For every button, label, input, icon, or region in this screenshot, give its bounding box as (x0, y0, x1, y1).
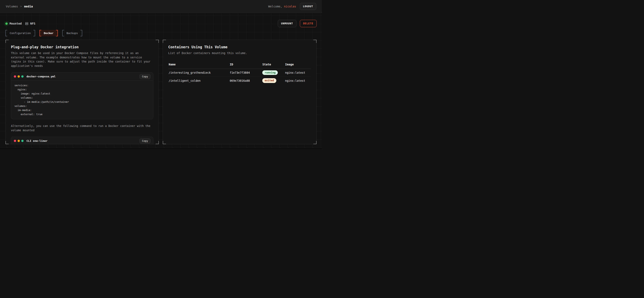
unmount-button[interactable]: UNMOUNT (278, 20, 296, 27)
status-action-row: Mounted NFS UNMOUNT DELETE (5, 13, 317, 27)
compose-copy-button[interactable]: Copy (140, 74, 150, 79)
container-id: f1e73e7f3884 (230, 71, 262, 74)
containers-table: Name ID State Image /interesting_grothen… (168, 61, 311, 85)
panel-corner-icon (156, 141, 159, 144)
containers-panel-subtitle: List of Docker containers mounting this … (168, 51, 311, 55)
container-table-row[interactable]: /interesting_grothendieck f1e73e7f3884 r… (168, 69, 311, 77)
cli-code-block: CLI one-liner Copy docker run -v im-medi… (11, 137, 153, 144)
container-image: nginx:latest (285, 71, 311, 74)
col-header-name: Name (169, 63, 230, 66)
cli-title: CLI one-liner (26, 139, 48, 143)
tab-bar: Configuration Docker Backups (5, 30, 317, 36)
breadcrumb-volumes-link[interactable]: Volumes (6, 5, 18, 8)
traffic-dots (14, 75, 24, 78)
container-state: exited (262, 78, 285, 83)
breadcrumb-current-volume: media (24, 5, 33, 8)
containers-panel: Containers Using This Volume List of Doc… (163, 40, 317, 144)
col-header-state: State (262, 63, 285, 66)
welcome-prefix: Welcome, (268, 5, 282, 8)
top-bar: Volumes > media Welcome, nicolas LOGOUT (0, 0, 322, 13)
panel-corner-icon (163, 141, 166, 144)
containers-table-body: /interesting_grothendieck f1e73e7f3884 r… (168, 69, 311, 85)
container-id: 069e73016a88 (230, 79, 262, 82)
tab-docker[interactable]: Docker (40, 30, 58, 36)
username: nicolas (284, 5, 296, 8)
tab-backups[interactable]: Backups (62, 30, 82, 36)
panel-corner-icon (313, 40, 317, 43)
cli-intro-text: Alternatively, you can use the following… (11, 124, 153, 132)
col-header-image: Image (285, 63, 311, 66)
state-badge: running (262, 70, 278, 75)
mounted-status-dot-icon (5, 22, 8, 25)
breadcrumb: Volumes > media (6, 5, 33, 8)
volume-actions: UNMOUNT DELETE (278, 20, 317, 27)
compose-code-header: docker-compose.yml Copy (11, 72, 153, 81)
tab-configuration[interactable]: Configuration (5, 30, 35, 36)
volume-status: Mounted NFS (5, 22, 35, 25)
containers-table-header: Name ID State Image (168, 61, 311, 69)
panel-corner-icon (5, 40, 9, 43)
panel-corner-icon (313, 141, 317, 144)
panel-corner-icon (5, 141, 9, 144)
state-badge: exited (262, 78, 276, 83)
top-bar-right: Welcome, nicolas LOGOUT (268, 3, 316, 10)
main-content: Mounted NFS UNMOUNT DELETE Configuration… (0, 13, 322, 149)
container-state: running (262, 70, 285, 75)
bottom-strip (0, 148, 322, 149)
traffic-dot-amber-icon (18, 140, 20, 142)
panel-corner-icon (163, 40, 166, 43)
cli-code-header: CLI one-liner Copy (11, 137, 153, 144)
compose-code-block: docker-compose.yml Copy services: nginx:… (11, 72, 153, 119)
container-name: /interesting_grothendieck (169, 71, 230, 74)
mounted-status: Mounted (5, 22, 22, 25)
driver-label: NFS (30, 22, 35, 25)
compose-filename: docker-compose.yml (26, 75, 56, 78)
container-image: nginx:latest (285, 79, 311, 82)
server-icon (25, 22, 28, 25)
panel-corner-icon (156, 40, 159, 43)
traffic-dot-red-icon (14, 75, 16, 78)
traffic-dots (14, 140, 24, 142)
delete-button[interactable]: DELETE (300, 20, 317, 27)
container-table-row[interactable]: /intelligent_colden 069e73016a88 exited … (168, 77, 311, 85)
traffic-dot-amber-icon (18, 75, 20, 78)
breadcrumb-separator: > (20, 5, 22, 8)
compose-code-content: services: nginx: image: nginx:latest vol… (11, 81, 153, 119)
logout-button[interactable]: LOGOUT (300, 3, 316, 10)
panels-row: Plug-and-play Docker integration This vo… (5, 40, 317, 144)
docker-integration-panel: Plug-and-play Docker integration This vo… (5, 40, 159, 144)
welcome-text: Welcome, nicolas (268, 5, 296, 8)
traffic-dot-green-icon (21, 140, 24, 142)
driver-status: NFS (25, 22, 35, 25)
cli-copy-button[interactable]: Copy (140, 139, 150, 144)
traffic-dot-red-icon (14, 140, 16, 142)
docker-panel-title: Plug-and-play Docker integration (11, 45, 153, 49)
mounted-status-label: Mounted (10, 22, 22, 25)
container-name: /intelligent_colden (169, 79, 230, 82)
col-header-id: ID (230, 63, 262, 66)
docker-panel-description: This volume can be used in your Docker C… (11, 51, 153, 68)
traffic-dot-green-icon (21, 75, 24, 78)
containers-panel-title: Containers Using This Volume (168, 45, 311, 49)
